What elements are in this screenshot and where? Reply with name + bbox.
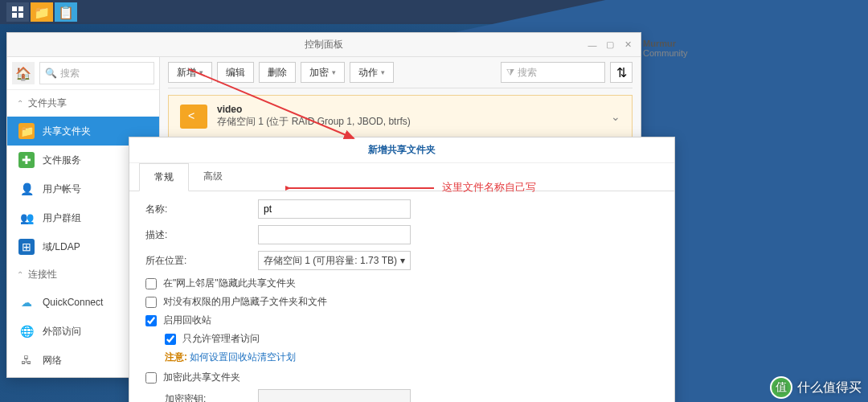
minimize-button[interactable]: — xyxy=(584,39,600,51)
close-button[interactable]: ✕ xyxy=(620,39,636,51)
user-icon: 👤 xyxy=(18,181,35,197)
delete-button[interactable]: 删除 xyxy=(259,62,296,83)
taskbar-filestation-icon[interactable]: 📁 xyxy=(31,2,53,22)
network-icon: 🖧 xyxy=(18,352,35,368)
cloud-icon: ☁ xyxy=(18,294,35,310)
sort-button[interactable]: ⇅ xyxy=(610,62,633,83)
enable-recycle-checkbox[interactable]: 启用回收站 xyxy=(145,314,658,327)
sidebar-search-input[interactable]: 🔍搜索 xyxy=(39,62,154,84)
shared-folder-row[interactable]: video 存储空间 1 (位于 RAID Group 1, JBOD, btr… xyxy=(168,95,633,137)
enc-key-label: 加密密钥: xyxy=(165,392,258,403)
encrypt-button[interactable]: 加密▾ xyxy=(301,62,345,83)
enc-key-input[interactable] xyxy=(258,389,411,402)
desc-input[interactable] xyxy=(258,225,411,244)
users-icon: 👥 xyxy=(18,210,35,226)
folder-icon xyxy=(180,105,207,129)
dialog-title: 新增共享文件夹 xyxy=(129,137,674,163)
filter-icon: ⧩ xyxy=(506,67,514,78)
window-title: 控制面板 xyxy=(305,38,343,51)
hide-subfolders-checkbox[interactable]: 对没有权限的用户隐藏子文件夹和文件 xyxy=(145,295,658,309)
dialog-tabs: 常规 高级 xyxy=(129,163,674,191)
new-shared-folder-dialog: 新增共享文件夹 常规 高级 名称: 描述: 所在位置:存储空间 1 (可用容量:… xyxy=(129,137,675,402)
action-button[interactable]: 动作▾ xyxy=(350,62,394,83)
ldap-icon: ⊞ xyxy=(18,239,35,255)
tab-advanced[interactable]: 高级 xyxy=(189,163,237,191)
chevron-down-icon: ▾ xyxy=(199,68,203,76)
chevron-down-icon: ▾ xyxy=(400,255,405,266)
chevron-down-icon: ▾ xyxy=(381,68,385,76)
recycle-schedule-link[interactable]: 如何设置回收站清空计划 xyxy=(190,351,296,363)
svg-rect-1 xyxy=(18,6,23,11)
svg-rect-0 xyxy=(12,6,17,11)
folder-share-icon: 📁 xyxy=(18,123,35,139)
globe-icon: 🌐 xyxy=(18,323,35,339)
maximize-button[interactable]: ▢ xyxy=(602,39,618,51)
hide-network-checkbox[interactable]: 在"网上邻居"隐藏此共享文件夹 xyxy=(145,277,658,290)
location-label: 所在位置: xyxy=(145,254,258,268)
chevron-down-icon: ▾ xyxy=(332,68,336,76)
chevron-down-icon[interactable]: ⌄ xyxy=(611,110,620,123)
folder-desc: 存储空间 1 (位于 RAID Group 1, JBOD, btrfs) xyxy=(217,115,411,129)
search-icon: 🔍 xyxy=(45,68,57,79)
name-label: 名称: xyxy=(145,203,258,216)
svg-rect-3 xyxy=(18,13,23,18)
toolbar-search-input[interactable]: ⧩搜索 xyxy=(501,62,605,83)
toolbar: 新增▾ 编辑 删除 加密▾ 动作▾ ⧩搜索 ⇅ xyxy=(168,62,633,88)
plus-icon: ✚ xyxy=(18,152,35,168)
taskbar-app-icon[interactable]: 📋 xyxy=(55,2,77,22)
admin-only-checkbox[interactable]: 只允许管理者访问 xyxy=(165,332,658,346)
annotation-text: 这里文件名称自己写 xyxy=(442,180,536,195)
svg-rect-2 xyxy=(12,13,17,18)
watermark: 值 什么值得买 xyxy=(770,376,862,399)
window-titlebar[interactable]: 控制面板 — ▢ ✕ xyxy=(7,33,641,57)
folder-name: video xyxy=(217,104,411,115)
watermark-badge: 值 xyxy=(770,376,792,399)
apps-icon[interactable] xyxy=(6,2,29,22)
package-info: Murmur Community xyxy=(643,39,707,58)
tab-general[interactable]: 常规 xyxy=(139,163,189,191)
edit-button[interactable]: 编辑 xyxy=(217,62,254,83)
sidebar-group-filesharing[interactable]: 文件共享 xyxy=(7,90,159,117)
encrypt-checkbox[interactable]: 加密此共享文件夹 xyxy=(145,371,658,384)
desc-label: 描述: xyxy=(145,228,258,242)
home-button[interactable]: 🏠 xyxy=(12,62,35,84)
location-select[interactable]: 存储空间 1 (可用容量: 1.73 TB)▾ xyxy=(258,251,411,270)
new-button[interactable]: 新增▾ xyxy=(168,62,212,83)
recycle-note: 注意: 如何设置回收站清空计划 xyxy=(165,351,658,364)
name-input[interactable] xyxy=(258,199,411,219)
